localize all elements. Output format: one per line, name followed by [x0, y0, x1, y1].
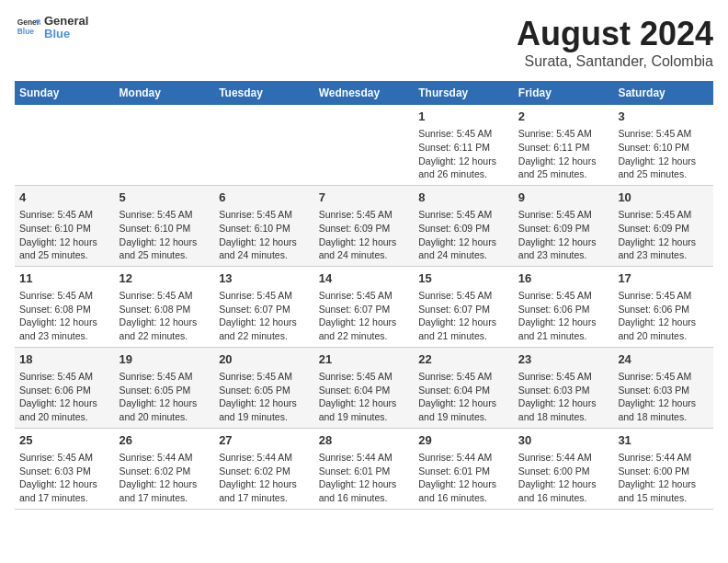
day-info: Sunrise: 5:45 AM — [518, 127, 609, 141]
day-info: Sunrise: 5:45 AM — [418, 370, 509, 384]
day-number: 30 — [518, 432, 609, 449]
day-info: Daylight: 12 hours — [319, 396, 410, 410]
calendar-cell: 29Sunrise: 5:44 AMSunset: 6:01 PMDayligh… — [414, 428, 514, 509]
day-info: Sunset: 6:08 PM — [19, 303, 110, 316]
day-number: 6 — [219, 190, 310, 206]
day-info: Daylight: 12 hours — [418, 477, 509, 491]
day-info: Sunset: 6:03 PM — [518, 384, 609, 397]
day-info: Sunrise: 5:45 AM — [319, 370, 410, 384]
day-info: and 16 minutes. — [518, 491, 609, 505]
day-info: Sunset: 6:00 PM — [618, 465, 709, 478]
day-number: 21 — [319, 351, 410, 368]
calendar-cell: 16Sunrise: 5:45 AMSunset: 6:06 PMDayligh… — [514, 266, 614, 347]
day-info: and 16 minutes. — [319, 491, 410, 505]
day-number: 5 — [119, 190, 210, 206]
day-number: 24 — [618, 351, 709, 368]
day-info: Daylight: 12 hours — [618, 316, 709, 329]
day-info: Sunrise: 5:45 AM — [518, 208, 609, 222]
day-info: and 15 minutes. — [618, 491, 709, 505]
day-info: Sunrise: 5:45 AM — [319, 208, 410, 222]
calendar-cell: 2Sunrise: 5:45 AMSunset: 6:11 PMDaylight… — [514, 105, 614, 185]
calendar-cell: 14Sunrise: 5:45 AMSunset: 6:07 PMDayligh… — [314, 266, 415, 347]
day-number: 20 — [219, 351, 310, 368]
day-info: Sunset: 6:04 PM — [418, 384, 509, 397]
day-number: 25 — [19, 432, 110, 449]
day-info: Sunset: 6:10 PM — [219, 222, 310, 236]
day-info: and 20 minutes. — [19, 410, 110, 424]
calendar-cell: 22Sunrise: 5:45 AMSunset: 6:04 PMDayligh… — [414, 347, 514, 428]
day-info: Daylight: 12 hours — [518, 236, 609, 249]
day-info: Sunset: 6:08 PM — [119, 303, 210, 316]
day-info: Sunrise: 5:45 AM — [19, 289, 110, 303]
calendar-cell: 7Sunrise: 5:45 AMSunset: 6:09 PMDaylight… — [314, 185, 415, 266]
day-number: 28 — [319, 432, 410, 449]
day-info: and 20 minutes. — [119, 410, 210, 424]
day-info: Sunset: 6:10 PM — [119, 222, 210, 236]
calendar-cell: 28Sunrise: 5:44 AMSunset: 6:01 PMDayligh… — [314, 428, 415, 509]
calendar-cell: 9Sunrise: 5:45 AMSunset: 6:09 PMDaylight… — [514, 185, 614, 266]
day-info: Sunset: 6:11 PM — [418, 141, 509, 155]
header-day-wednesday: Wednesday — [314, 81, 415, 105]
calendar-cell: 4Sunrise: 5:45 AMSunset: 6:10 PMDaylight… — [15, 185, 115, 266]
calendar-cell: 15Sunrise: 5:45 AMSunset: 6:07 PMDayligh… — [414, 266, 514, 347]
day-info: and 24 minutes. — [219, 248, 310, 262]
day-info: and 19 minutes. — [418, 410, 509, 424]
day-info: Sunset: 6:07 PM — [319, 303, 410, 316]
week-row-3: 11Sunrise: 5:45 AMSunset: 6:08 PMDayligh… — [15, 266, 713, 347]
day-info: Sunset: 6:11 PM — [518, 141, 609, 155]
day-info: Sunset: 6:01 PM — [319, 465, 410, 478]
svg-text:Blue: Blue — [17, 27, 34, 36]
day-info: Sunrise: 5:45 AM — [618, 370, 709, 384]
main-title: August 2024 — [517, 15, 713, 53]
day-number: 18 — [19, 351, 110, 368]
day-info: Daylight: 12 hours — [219, 396, 310, 410]
day-info: and 22 minutes. — [219, 329, 310, 343]
day-info: and 18 minutes. — [518, 410, 609, 424]
subtitle: Surata, Santander, Colombia — [517, 53, 713, 70]
day-info: Daylight: 12 hours — [119, 477, 210, 491]
day-info: Daylight: 12 hours — [119, 236, 210, 249]
calendar-cell — [115, 105, 215, 185]
day-info: Sunrise: 5:44 AM — [418, 451, 509, 465]
day-info: Daylight: 12 hours — [119, 396, 210, 410]
calendar-cell — [15, 105, 115, 185]
logo-line2: Blue — [44, 28, 88, 40]
day-info: Daylight: 12 hours — [119, 316, 210, 329]
calendar-cell: 5Sunrise: 5:45 AMSunset: 6:10 PMDaylight… — [115, 185, 215, 266]
logo-icon: General Blue — [15, 15, 40, 40]
day-info: Sunrise: 5:45 AM — [518, 289, 609, 303]
day-info: and 25 minutes. — [518, 167, 609, 181]
calendar-cell: 27Sunrise: 5:44 AMSunset: 6:02 PMDayligh… — [214, 428, 314, 509]
day-info: Daylight: 12 hours — [219, 316, 310, 329]
day-info: Sunset: 6:03 PM — [618, 384, 709, 397]
day-info: and 22 minutes. — [119, 329, 210, 343]
calendar-cell: 19Sunrise: 5:45 AMSunset: 6:05 PMDayligh… — [115, 347, 215, 428]
day-info: Sunrise: 5:45 AM — [119, 208, 210, 222]
header-day-saturday: Saturday — [613, 81, 713, 105]
calendar-cell: 18Sunrise: 5:45 AMSunset: 6:06 PMDayligh… — [15, 347, 115, 428]
day-info: and 25 minutes. — [618, 167, 709, 181]
logo: General Blue General Blue — [15, 15, 88, 41]
day-info: Sunrise: 5:45 AM — [418, 289, 509, 303]
day-number: 13 — [219, 270, 310, 287]
day-number: 7 — [319, 190, 410, 206]
day-info: and 22 minutes. — [319, 329, 410, 343]
day-info: Sunrise: 5:44 AM — [219, 451, 310, 465]
day-info: Sunset: 6:01 PM — [418, 465, 509, 478]
header-day-monday: Monday — [115, 81, 215, 105]
day-info: and 24 minutes. — [418, 248, 509, 262]
calendar-cell: 11Sunrise: 5:45 AMSunset: 6:08 PMDayligh… — [15, 266, 115, 347]
calendar-cell: 13Sunrise: 5:45 AMSunset: 6:07 PMDayligh… — [214, 266, 314, 347]
day-number: 26 — [119, 432, 210, 449]
day-number: 4 — [19, 190, 110, 206]
day-number: 16 — [518, 270, 609, 287]
day-number: 2 — [518, 109, 609, 125]
day-info: and 21 minutes. — [518, 329, 609, 343]
day-info: and 17 minutes. — [119, 491, 210, 505]
day-info: Sunrise: 5:45 AM — [418, 208, 509, 222]
day-info: Sunset: 6:09 PM — [319, 222, 410, 236]
day-info: and 26 minutes. — [418, 167, 509, 181]
header-day-thursday: Thursday — [414, 81, 514, 105]
day-info: Sunset: 6:02 PM — [219, 465, 310, 478]
day-info: Sunset: 6:07 PM — [219, 303, 310, 316]
